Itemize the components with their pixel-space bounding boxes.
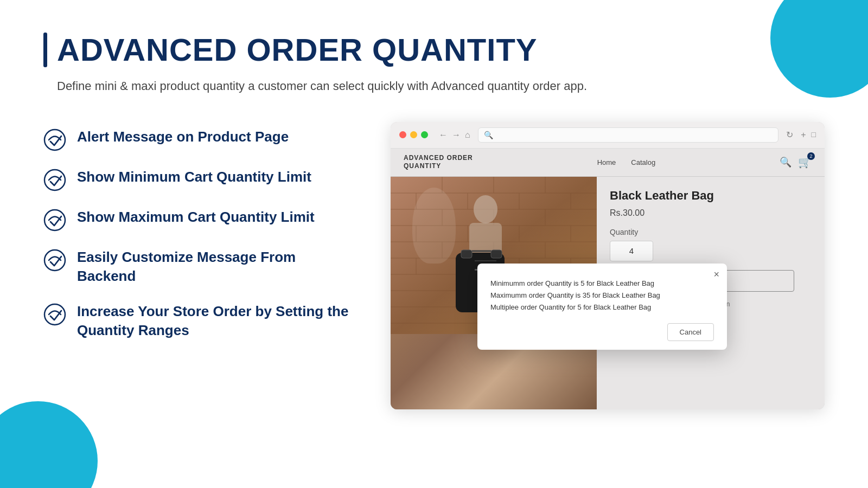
svg-point-4 — [44, 304, 65, 325]
page-subtitle: Define mini & maxi product quantity a cu… — [43, 77, 825, 95]
modal-messages: Minimumm order Quantity is 5 for Black L… — [490, 278, 714, 313]
dot-yellow[interactable] — [410, 131, 417, 138]
store-nav: Home Catalog — [597, 158, 656, 166]
feature-item-5: Increase Your Store Order by Setting the… — [43, 302, 358, 340]
modal-message-3: Multiplee order Quantity for 5 for Black… — [490, 301, 714, 313]
alert-modal: × Minimumm order Quantity is 5 for Black… — [477, 264, 727, 350]
feature-text-2: Show Minimum Cart Quantity Limit — [77, 168, 311, 187]
svg-rect-40 — [491, 250, 502, 258]
feature-text-3: Show Maximum Cart Quantity Limit — [77, 208, 315, 227]
reload-icon[interactable]: ↻ — [786, 130, 793, 140]
cart-icon[interactable]: 🛒 2 — [798, 156, 812, 169]
store-nav-icons: 🔍 🛒 2 — [780, 156, 812, 169]
checkmark-icon-3 — [43, 209, 66, 232]
page-title: ADVANCED ORDER QUANTITY — [57, 33, 538, 67]
svg-point-2 — [44, 210, 65, 230]
quantity-label: Quantity — [610, 228, 812, 236]
modal-close-button[interactable]: × — [713, 269, 719, 280]
checkmark-icon-5 — [43, 303, 66, 326]
svg-point-3 — [44, 250, 65, 271]
feature-item-4: Easily Customize Message From Backend — [43, 248, 358, 286]
title-bar-decoration — [43, 33, 47, 67]
main-content: ADVANCED ORDER QUANTITY Define mini & ma… — [0, 0, 868, 488]
header-section: ADVANCED ORDER QUANTITY Define mini & ma… — [43, 33, 825, 95]
search-icon: 🔍 — [484, 131, 493, 139]
modal-footer: Cancel — [490, 323, 714, 341]
product-price: Rs.30.00 — [610, 208, 812, 218]
feature-item-2: Show Minimum Cart Quantity Limit — [43, 168, 358, 191]
checkmark-icon-2 — [43, 169, 66, 191]
store-logo: ADVANCED ORDER QUANTITY — [404, 154, 473, 171]
feature-text-5: Increase Your Store Order by Setting the… — [77, 302, 358, 340]
extensions-icon[interactable]: □ — [812, 130, 816, 140]
dot-red[interactable] — [399, 131, 406, 138]
title-wrapper: ADVANCED ORDER QUANTITY — [43, 33, 825, 67]
dot-green[interactable] — [421, 131, 428, 138]
svg-point-0 — [44, 130, 65, 150]
browser-toolbar: ← → ⌂ 🔍 ↻ + □ — [391, 122, 825, 149]
features-list: Alert Message on Product Page Show Minim… — [43, 122, 358, 466]
feature-text-4: Easily Customize Message From Backend — [77, 248, 358, 286]
feature-text-1: Alert Message on Product Page — [77, 127, 289, 146]
quantity-input[interactable]: 4 — [610, 241, 653, 261]
nav-catalog[interactable]: Catalog — [631, 158, 655, 166]
cart-count: 2 — [807, 152, 815, 160]
address-bar[interactable]: 🔍 — [478, 127, 779, 143]
svg-point-36 — [474, 195, 497, 223]
forward-icon[interactable]: → — [452, 130, 461, 140]
svg-rect-39 — [461, 250, 472, 258]
product-name: Black Leather Bag — [610, 189, 812, 203]
product-area: Black Leather Bag Rs.30.00 Quantity 4 am… — [391, 177, 825, 409]
home-icon[interactable]: ⌂ — [465, 130, 470, 140]
browser-mockup: ← → ⌂ 🔍 ↻ + □ ADVANCED ORDER QUANTITY — [391, 122, 825, 409]
browser-toolbar-right: + □ — [801, 130, 816, 140]
store-search-icon[interactable]: 🔍 — [780, 156, 792, 168]
svg-point-1 — [44, 170, 65, 190]
body-section: Alert Message on Product Page Show Minim… — [43, 122, 825, 466]
back-icon[interactable]: ← — [439, 130, 448, 140]
store-logo-line2: QUANTITY — [404, 162, 473, 171]
feature-item-1: Alert Message on Product Page — [43, 127, 358, 151]
new-tab-icon[interactable]: + — [801, 130, 806, 140]
nav-home[interactable]: Home — [597, 158, 616, 166]
checkmark-icon-4 — [43, 249, 66, 272]
browser-nav-icons: ← → ⌂ — [439, 130, 470, 140]
checkmark-icon-1 — [43, 129, 66, 151]
modal-cancel-button[interactable]: Cancel — [667, 323, 714, 341]
store-logo-line1: ADVANCED ORDER — [404, 154, 473, 163]
modal-message-1: Minimumm order Quantity is 5 for Black L… — [490, 278, 714, 290]
store-header: ADVANCED ORDER QUANTITY Home Catalog 🔍 🛒… — [391, 149, 825, 177]
modal-message-2: Maximumm order Quantity is 35 for Black … — [490, 290, 714, 301]
feature-item-3: Show Maximum Cart Quantity Limit — [43, 208, 358, 232]
browser-dots — [399, 131, 428, 138]
